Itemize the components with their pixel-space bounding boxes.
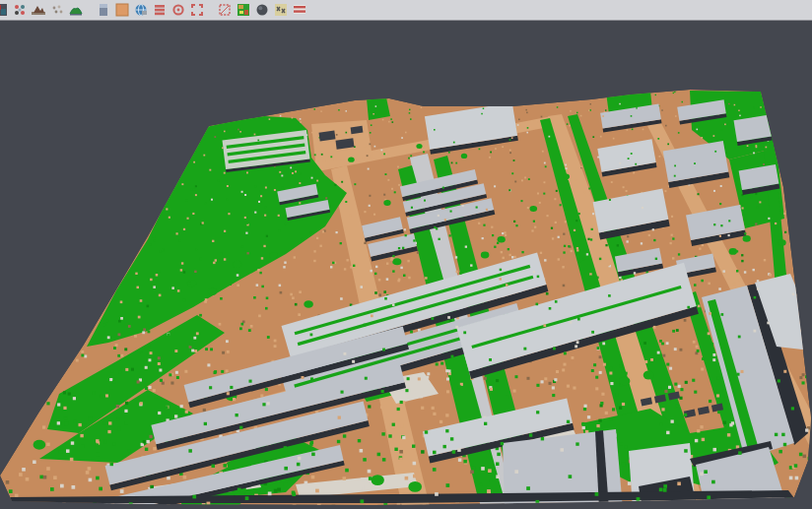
toolbar-button-panel[interactable] (94, 1, 112, 20)
toolbar-button-classes[interactable] (234, 1, 252, 20)
flag-stripes-icon (293, 3, 306, 17)
crop-corners-icon (190, 3, 204, 17)
sparse-cloud-icon (50, 3, 64, 17)
toolbar-button-scatter[interactable] (10, 1, 29, 20)
viewport-3d-scene[interactable] (0, 22, 812, 509)
toolbar-button-texture[interactable] (112, 1, 131, 20)
classification-palette-icon (237, 3, 250, 17)
scatter-points-icon (13, 3, 27, 17)
mountain-icon (32, 3, 45, 17)
gear-circle-icon (171, 3, 185, 17)
cross-markers-icon (274, 3, 288, 17)
toolbar-button-sparse[interactable] (47, 1, 66, 20)
stacked-layers-icon (153, 3, 167, 17)
dark-sphere-icon (255, 3, 269, 17)
toolbar-button-gear[interactable] (169, 1, 187, 20)
toolbar (0, 0, 812, 21)
toolbar-button-region[interactable] (215, 1, 234, 20)
toolbar-button-mesh[interactable] (66, 1, 85, 20)
toolbar-button-layers[interactable] (150, 1, 169, 20)
toolbar-button-cube[interactable] (0, 1, 10, 20)
toolbar-button-crop[interactable] (187, 1, 206, 20)
toolbar-button-markers[interactable] (271, 1, 290, 20)
image-panel-icon (97, 3, 110, 17)
toolbar-button-globe[interactable] (131, 1, 150, 20)
toolbar-button-terrain[interactable] (29, 1, 47, 20)
globe-icon (134, 3, 148, 17)
viewport-3d (0, 22, 812, 509)
region-grid-icon (218, 3, 232, 17)
toolbar-separator (85, 10, 94, 11)
toolbar-separator (206, 10, 215, 11)
cube-icon (0, 3, 8, 17)
toolbar-button-sphere[interactable] (252, 1, 271, 20)
texture-icon (115, 3, 129, 17)
toolbar-button-flag[interactable] (290, 1, 308, 20)
terrain-mesh-icon (69, 3, 83, 17)
